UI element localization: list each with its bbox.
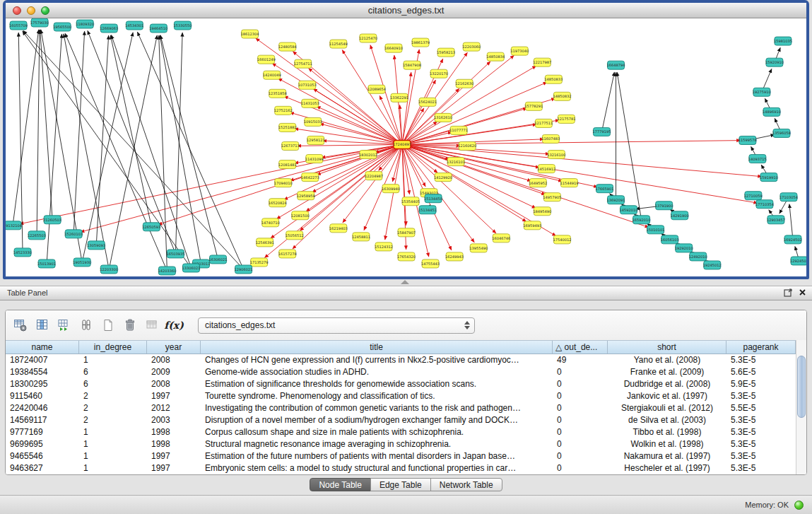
graph-node[interactable]: 15134451 bbox=[418, 206, 437, 214]
graph-node[interactable]: 15847908 bbox=[403, 61, 421, 69]
tab-node-table[interactable]: Node Table bbox=[310, 478, 371, 491]
graph-node[interactable]: 12752162 bbox=[274, 106, 293, 115]
graph-node[interactable]: 16503935 bbox=[166, 250, 184, 258]
graph-node[interactable]: 14592010 bbox=[620, 206, 638, 214]
graph-edge[interactable] bbox=[82, 33, 133, 262]
column-header-year[interactable]: year bbox=[147, 341, 201, 354]
column-header-out_de[interactable]: △ out_de... bbox=[553, 341, 608, 354]
graph-node[interactable]: 17710354 bbox=[755, 200, 774, 209]
table-row[interactable]: 1938455462009Genome-wide association stu… bbox=[6, 366, 806, 378]
graph-node[interactable]: 12903457 bbox=[767, 216, 785, 224]
column-header-short[interactable]: short bbox=[608, 341, 726, 354]
graph-node[interactable]: 12081500 bbox=[291, 211, 310, 220]
rows-icon[interactable] bbox=[78, 317, 94, 333]
graph-node[interactable]: 11077771 bbox=[449, 126, 468, 134]
graph-node[interactable]: 16046746 bbox=[492, 234, 510, 243]
table-row[interactable]: 946554611997Estimation of the future num… bbox=[6, 450, 806, 462]
graph-node[interactable]: 19051930 bbox=[73, 258, 91, 267]
graph-node[interactable]: 16306021 bbox=[209, 255, 228, 264]
graph-node[interactable]: 12673713 bbox=[281, 141, 300, 150]
graph-node[interactable]: 16219403 bbox=[329, 224, 348, 233]
graph-node[interactable]: 14240049 bbox=[263, 71, 281, 79]
panel-resize-handle[interactable] bbox=[401, 280, 409, 284]
graph-node[interactable]: 19245012 bbox=[703, 261, 722, 269]
graph-node[interactable]: 16249943 bbox=[445, 252, 464, 261]
graph-node[interactable]: 11431053 bbox=[301, 99, 319, 107]
graph-node[interactable]: 16495952 bbox=[529, 179, 547, 187]
graph-node[interactable]: 12958959 bbox=[297, 192, 315, 200]
graph-node[interactable]: 14523330 bbox=[13, 248, 32, 257]
memory-indicator[interactable] bbox=[794, 501, 804, 510]
graph-edge[interactable] bbox=[112, 35, 192, 268]
graph-node[interactable]: 17094010 bbox=[274, 179, 293, 187]
graph-node[interactable]: 14516912 bbox=[537, 165, 555, 173]
graph-node[interactable]: 14850833 bbox=[544, 75, 563, 83]
graph-edge[interactable] bbox=[23, 30, 244, 269]
graph-node[interactable]: 12217987 bbox=[533, 58, 551, 66]
graph-node[interactable]: 18302012 bbox=[359, 151, 377, 159]
function-builder-button[interactable]: f(x) bbox=[166, 317, 182, 333]
graph-node[interactable]: 11431099 bbox=[305, 155, 324, 163]
graph-node[interactable]: 11809320 bbox=[76, 20, 94, 28]
graph-node[interactable]: 16309940 bbox=[382, 185, 400, 193]
graph-node[interactable]: 12958121 bbox=[307, 136, 325, 144]
graph-edge[interactable] bbox=[13, 30, 39, 226]
graph-node[interactable]: 15919910 bbox=[760, 173, 778, 182]
graph-node[interactable]: 14291900 bbox=[671, 211, 689, 220]
graph-node[interactable]: 18612304 bbox=[241, 30, 259, 38]
table-row[interactable]: 969969511998Structural magnetic resonanc… bbox=[6, 438, 806, 450]
graph-edge[interactable] bbox=[309, 69, 402, 145]
graph-node[interactable]: 16640910 bbox=[384, 44, 403, 52]
graph-node[interactable]: 14740710 bbox=[261, 218, 280, 227]
graph-node[interactable]: 14850834 bbox=[486, 52, 505, 61]
graph-node[interactable]: 12125470 bbox=[359, 34, 377, 42]
graph-node[interactable]: 13162610 bbox=[434, 113, 452, 122]
table-disabled-icon[interactable] bbox=[144, 317, 160, 333]
graph-node[interactable]: 12177511 bbox=[534, 119, 553, 127]
graph-edge[interactable] bbox=[137, 32, 243, 269]
graph-node[interactable]: 12480584 bbox=[278, 42, 297, 51]
graph-edge[interactable] bbox=[402, 144, 758, 203]
graph-node[interactable]: 12351858 bbox=[269, 89, 287, 98]
table-row[interactable]: 911546021997Tourette syndrome. Phenomeno… bbox=[6, 390, 806, 402]
column-header-name[interactable]: name bbox=[6, 341, 79, 354]
graph-node[interactable]: 19464510 bbox=[149, 24, 167, 33]
graph-edge[interactable] bbox=[41, 30, 82, 262]
graph-node[interactable]: 17654320 bbox=[397, 252, 416, 261]
graph-edge[interactable] bbox=[37, 30, 40, 235]
graph-node[interactable]: 12089654 bbox=[367, 85, 386, 93]
float-panel-icon[interactable] bbox=[784, 288, 793, 297]
graph-node[interactable]: 15624021 bbox=[418, 98, 437, 106]
graph-node[interactable]: 19861379 bbox=[411, 38, 430, 47]
graph-node[interactable]: 16056103 bbox=[661, 235, 679, 244]
graph-node[interactable]: 13220170 bbox=[430, 69, 448, 78]
graph-node[interactable]: 14850832 bbox=[553, 92, 571, 100]
graph-node[interactable]: 12492010 bbox=[689, 252, 707, 261]
graph-node[interactable]: 15013901 bbox=[37, 259, 56, 268]
graph-node[interactable]: 15251882 bbox=[278, 123, 297, 132]
graph-node[interactable]: 14957905 bbox=[543, 193, 561, 201]
graph-edge[interactable] bbox=[789, 204, 793, 240]
graph-node[interactable]: 14534301 bbox=[125, 21, 143, 30]
graph-node[interactable]: 12924502 bbox=[790, 257, 806, 265]
table-row[interactable]: 977716911998Corpus callosum shape and si… bbox=[6, 426, 806, 438]
graph-node[interactable]: 17779195 bbox=[592, 127, 611, 136]
graph-node[interactable]: 12546391 bbox=[256, 238, 274, 247]
graph-node[interactable]: 11544919 bbox=[560, 179, 578, 187]
graph-node[interactable]: 14093715 bbox=[748, 155, 767, 163]
graph-node[interactable]: 16592010 bbox=[632, 216, 651, 224]
graph-node[interactable]: 13955490 bbox=[469, 244, 488, 252]
graph-edge[interactable] bbox=[110, 35, 151, 227]
graph-node[interactable]: 10915033 bbox=[304, 117, 322, 126]
network-canvas[interactable]: 1724049718612304124805841660124912754711… bbox=[6, 18, 806, 276]
graph-edge[interactable] bbox=[402, 82, 547, 144]
graph-node[interactable]: 16959493 bbox=[523, 221, 541, 230]
graph-node[interactable]: 14896910 bbox=[763, 107, 781, 116]
graph-node[interactable]: 12906021 bbox=[235, 265, 253, 274]
vertical-scrollbar[interactable] bbox=[796, 340, 806, 474]
graph-node[interactable]: 19132104 bbox=[6, 221, 22, 230]
graph-node[interactable]: 11973040 bbox=[510, 47, 529, 55]
graph-node[interactable]: 13059093 bbox=[87, 241, 105, 250]
table-row[interactable]: 1456911722003Disruption of a novel membe… bbox=[6, 414, 806, 426]
graph-node[interactable]: 16648794 bbox=[607, 61, 625, 69]
